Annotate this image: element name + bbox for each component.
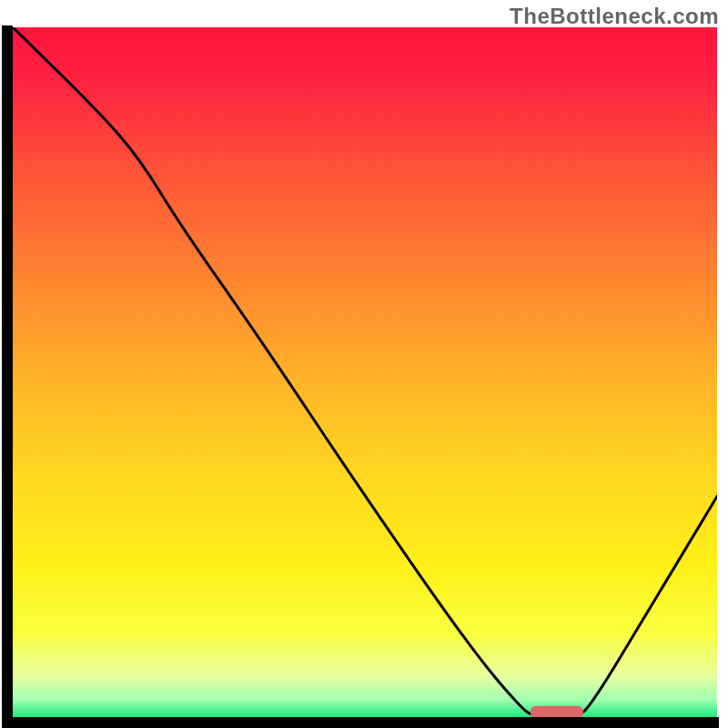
optimum-marker xyxy=(531,706,583,719)
gradient-background xyxy=(13,27,717,717)
x-axis xyxy=(2,717,719,728)
bottleneck-chart xyxy=(0,0,728,728)
chart-frame: TheBottleneck.com xyxy=(0,0,728,728)
y-axis xyxy=(2,25,13,728)
